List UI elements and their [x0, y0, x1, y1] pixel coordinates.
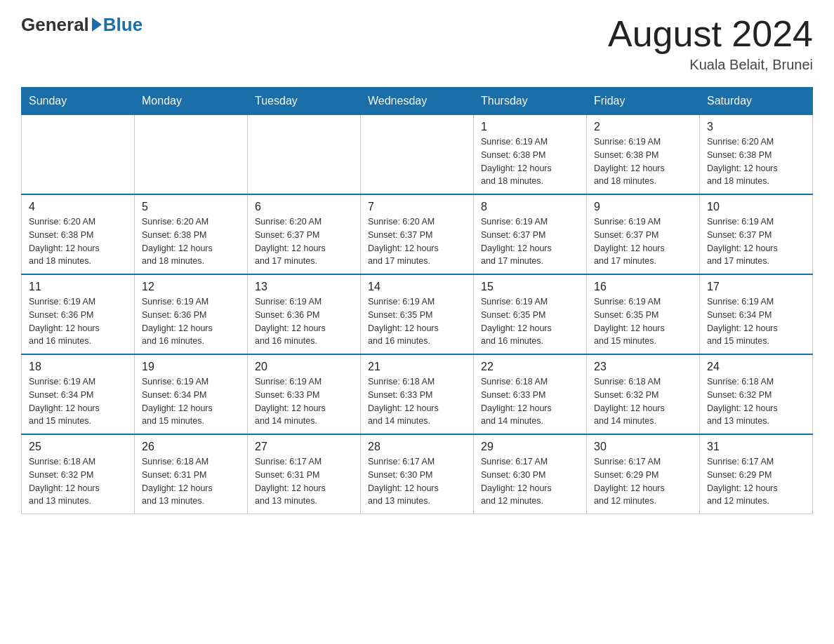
- week-row-3: 11Sunrise: 6:19 AMSunset: 6:36 PMDayligh…: [22, 274, 813, 354]
- day-info: Sunrise: 6:19 AMSunset: 6:36 PMDaylight:…: [255, 295, 353, 348]
- day-number: 11: [29, 281, 127, 293]
- day-info: Sunrise: 6:19 AMSunset: 6:38 PMDaylight:…: [594, 135, 692, 188]
- day-number: 21: [368, 361, 466, 373]
- day-number: 25: [29, 441, 127, 453]
- week-row-4: 18Sunrise: 6:19 AMSunset: 6:34 PMDayligh…: [22, 354, 813, 434]
- header-row: SundayMondayTuesdayWednesdayThursdayFrid…: [22, 88, 813, 115]
- day-info: Sunrise: 6:19 AMSunset: 6:36 PMDaylight:…: [29, 295, 127, 348]
- calendar-cell: 14Sunrise: 6:19 AMSunset: 6:35 PMDayligh…: [361, 274, 474, 354]
- day-number: 27: [255, 441, 353, 453]
- day-number: 1: [481, 121, 579, 133]
- calendar-cell: 30Sunrise: 6:17 AMSunset: 6:29 PMDayligh…: [587, 434, 700, 514]
- calendar-cell: 9Sunrise: 6:19 AMSunset: 6:37 PMDaylight…: [587, 194, 700, 274]
- calendar-cell: 10Sunrise: 6:19 AMSunset: 6:37 PMDayligh…: [700, 194, 813, 274]
- calendar-cell: 27Sunrise: 6:17 AMSunset: 6:31 PMDayligh…: [248, 434, 361, 514]
- calendar-cell: 26Sunrise: 6:18 AMSunset: 6:31 PMDayligh…: [135, 434, 248, 514]
- day-number: 24: [707, 361, 805, 373]
- logo-blue-text: Blue: [103, 14, 143, 36]
- day-number: 23: [594, 361, 692, 373]
- day-number: 18: [29, 361, 127, 373]
- day-info: Sunrise: 6:18 AMSunset: 6:33 PMDaylight:…: [481, 375, 579, 428]
- calendar-cell: 7Sunrise: 6:20 AMSunset: 6:37 PMDaylight…: [361, 194, 474, 274]
- calendar-cell: 31Sunrise: 6:17 AMSunset: 6:29 PMDayligh…: [700, 434, 813, 514]
- calendar-cell: 16Sunrise: 6:19 AMSunset: 6:35 PMDayligh…: [587, 274, 700, 354]
- month-year-title: August 2024: [608, 14, 813, 54]
- header-day-tuesday: Tuesday: [248, 88, 361, 115]
- day-number: 9: [594, 201, 692, 213]
- day-number: 31: [707, 441, 805, 453]
- day-number: 22: [481, 361, 579, 373]
- calendar-cell: 11Sunrise: 6:19 AMSunset: 6:36 PMDayligh…: [22, 274, 135, 354]
- logo-blue-part: Blue: [89, 14, 143, 36]
- calendar-cell: 3Sunrise: 6:20 AMSunset: 6:38 PMDaylight…: [700, 115, 813, 195]
- logo-general-text: General: [21, 14, 89, 36]
- calendar-cell: 5Sunrise: 6:20 AMSunset: 6:38 PMDaylight…: [135, 194, 248, 274]
- day-info: Sunrise: 6:17 AMSunset: 6:30 PMDaylight:…: [481, 455, 579, 508]
- day-number: 14: [368, 281, 466, 293]
- calendar-cell: 19Sunrise: 6:19 AMSunset: 6:34 PMDayligh…: [135, 354, 248, 434]
- calendar-cell: 6Sunrise: 6:20 AMSunset: 6:37 PMDaylight…: [248, 194, 361, 274]
- day-info: Sunrise: 6:19 AMSunset: 6:33 PMDaylight:…: [255, 375, 353, 428]
- calendar-cell: 15Sunrise: 6:19 AMSunset: 6:35 PMDayligh…: [474, 274, 587, 354]
- calendar-cell: 4Sunrise: 6:20 AMSunset: 6:38 PMDaylight…: [22, 194, 135, 274]
- day-info: Sunrise: 6:17 AMSunset: 6:30 PMDaylight:…: [368, 455, 466, 508]
- calendar-cell: 12Sunrise: 6:19 AMSunset: 6:36 PMDayligh…: [135, 274, 248, 354]
- day-info: Sunrise: 6:18 AMSunset: 6:33 PMDaylight:…: [368, 375, 466, 428]
- calendar-cell: 23Sunrise: 6:18 AMSunset: 6:32 PMDayligh…: [587, 354, 700, 434]
- day-info: Sunrise: 6:19 AMSunset: 6:34 PMDaylight:…: [707, 295, 805, 348]
- day-info: Sunrise: 6:19 AMSunset: 6:36 PMDaylight:…: [142, 295, 240, 348]
- day-info: Sunrise: 6:19 AMSunset: 6:35 PMDaylight:…: [594, 295, 692, 348]
- calendar-cell: 22Sunrise: 6:18 AMSunset: 6:33 PMDayligh…: [474, 354, 587, 434]
- day-info: Sunrise: 6:18 AMSunset: 6:31 PMDaylight:…: [142, 455, 240, 508]
- day-info: Sunrise: 6:20 AMSunset: 6:38 PMDaylight:…: [142, 215, 240, 268]
- calendar-table: SundayMondayTuesdayWednesdayThursdayFrid…: [21, 87, 813, 514]
- header-day-friday: Friday: [587, 88, 700, 115]
- calendar-cell: 2Sunrise: 6:19 AMSunset: 6:38 PMDaylight…: [587, 115, 700, 195]
- day-info: Sunrise: 6:19 AMSunset: 6:37 PMDaylight:…: [594, 215, 692, 268]
- day-info: Sunrise: 6:19 AMSunset: 6:37 PMDaylight:…: [707, 215, 805, 268]
- day-number: 13: [255, 281, 353, 293]
- day-number: 19: [142, 361, 240, 373]
- calendar-cell: 28Sunrise: 6:17 AMSunset: 6:30 PMDayligh…: [361, 434, 474, 514]
- calendar-cell: 25Sunrise: 6:18 AMSunset: 6:32 PMDayligh…: [22, 434, 135, 514]
- day-info: Sunrise: 6:17 AMSunset: 6:29 PMDaylight:…: [707, 455, 805, 508]
- day-info: Sunrise: 6:20 AMSunset: 6:37 PMDaylight:…: [368, 215, 466, 268]
- day-number: 10: [707, 201, 805, 213]
- calendar-cell: [135, 115, 248, 195]
- calendar-cell: 18Sunrise: 6:19 AMSunset: 6:34 PMDayligh…: [22, 354, 135, 434]
- day-info: Sunrise: 6:19 AMSunset: 6:35 PMDaylight:…: [481, 295, 579, 348]
- day-info: Sunrise: 6:18 AMSunset: 6:32 PMDaylight:…: [29, 455, 127, 508]
- calendar-cell: 21Sunrise: 6:18 AMSunset: 6:33 PMDayligh…: [361, 354, 474, 434]
- day-info: Sunrise: 6:17 AMSunset: 6:29 PMDaylight:…: [594, 455, 692, 508]
- day-info: Sunrise: 6:19 AMSunset: 6:34 PMDaylight:…: [142, 375, 240, 428]
- calendar-cell: 20Sunrise: 6:19 AMSunset: 6:33 PMDayligh…: [248, 354, 361, 434]
- day-number: 15: [481, 281, 579, 293]
- header-day-monday: Monday: [135, 88, 248, 115]
- header-day-thursday: Thursday: [474, 88, 587, 115]
- day-info: Sunrise: 6:20 AMSunset: 6:38 PMDaylight:…: [707, 135, 805, 188]
- calendar-cell: [361, 115, 474, 195]
- week-row-2: 4Sunrise: 6:20 AMSunset: 6:38 PMDaylight…: [22, 194, 813, 274]
- location-subtitle: Kuala Belait, Brunei: [608, 57, 813, 73]
- header-day-saturday: Saturday: [700, 88, 813, 115]
- day-info: Sunrise: 6:19 AMSunset: 6:35 PMDaylight:…: [368, 295, 466, 348]
- day-number: 5: [142, 201, 240, 213]
- header-day-wednesday: Wednesday: [361, 88, 474, 115]
- header-day-sunday: Sunday: [22, 88, 135, 115]
- day-number: 28: [368, 441, 466, 453]
- day-info: Sunrise: 6:19 AMSunset: 6:34 PMDaylight:…: [29, 375, 127, 428]
- day-info: Sunrise: 6:17 AMSunset: 6:31 PMDaylight:…: [255, 455, 353, 508]
- calendar-cell: 13Sunrise: 6:19 AMSunset: 6:36 PMDayligh…: [248, 274, 361, 354]
- page-header: General Blue August 2024 Kuala Belait, B…: [21, 14, 813, 73]
- week-row-5: 25Sunrise: 6:18 AMSunset: 6:32 PMDayligh…: [22, 434, 813, 514]
- title-block: August 2024 Kuala Belait, Brunei: [608, 14, 813, 73]
- day-number: 2: [594, 121, 692, 133]
- day-number: 8: [481, 201, 579, 213]
- calendar-cell: 29Sunrise: 6:17 AMSunset: 6:30 PMDayligh…: [474, 434, 587, 514]
- calendar-cell: 17Sunrise: 6:19 AMSunset: 6:34 PMDayligh…: [700, 274, 813, 354]
- day-info: Sunrise: 6:20 AMSunset: 6:37 PMDaylight:…: [255, 215, 353, 268]
- calendar-cell: [22, 115, 135, 195]
- day-number: 29: [481, 441, 579, 453]
- day-number: 12: [142, 281, 240, 293]
- day-number: 20: [255, 361, 353, 373]
